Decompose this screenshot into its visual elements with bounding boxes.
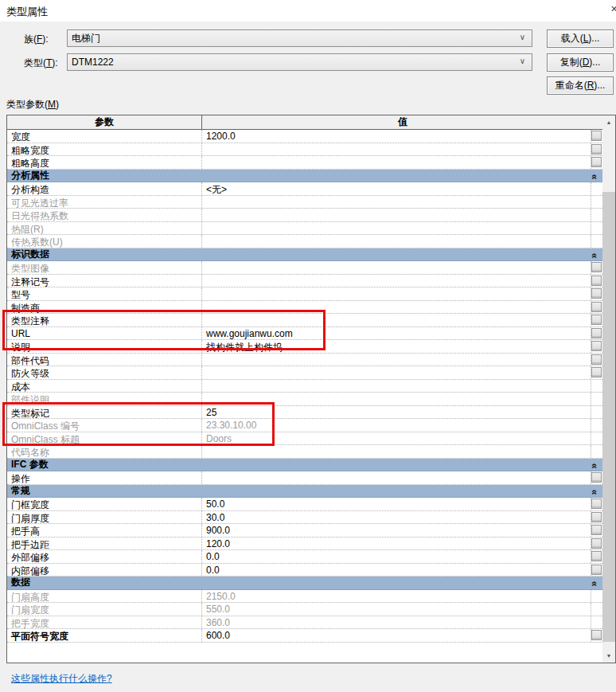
param-value[interactable] — [202, 143, 591, 156]
table-row: 粗略宽度 — [7, 143, 602, 157]
param-name: 外部偏移 — [7, 550, 202, 563]
section-row[interactable]: 分析属性« — [7, 170, 602, 183]
header-value-column[interactable]: 值 — [202, 115, 604, 129]
close-icon[interactable]: ✕ — [610, 4, 616, 15]
param-value[interactable] — [202, 275, 591, 287]
param-value: 550.0 — [202, 603, 591, 616]
param-value[interactable] — [202, 471, 591, 484]
associate-param-cell — [591, 406, 602, 419]
param-value[interactable]: 25 — [202, 406, 591, 419]
collapse-chevron-icon[interactable]: « — [590, 581, 601, 587]
associate-param-button[interactable] — [591, 354, 602, 365]
associate-param-button[interactable] — [591, 328, 602, 338]
associate-param-button[interactable] — [591, 498, 602, 509]
collapse-chevron-icon[interactable]: « — [590, 489, 601, 495]
associate-param-button[interactable] — [591, 276, 602, 286]
param-value[interactable]: www.goujianwu.com — [202, 327, 591, 340]
table-row: 门框宽度50.0 — [7, 498, 602, 511]
param-value[interactable]: 1200.0 — [202, 130, 591, 143]
table-row: 外部偏移0.0 — [7, 550, 602, 564]
help-link[interactable]: 这些属性执行什么操作? — [11, 672, 112, 686]
param-value[interactable]: 900.0 — [202, 524, 591, 537]
param-name: 平面符号宽度 — [7, 629, 202, 642]
param-value[interactable] — [202, 301, 591, 314]
param-value — [202, 261, 591, 274]
param-value[interactable] — [202, 366, 591, 379]
associate-param-cell — [591, 590, 602, 603]
param-value[interactable]: <无> — [202, 182, 591, 195]
param-name: 热阻(R) — [7, 222, 202, 235]
associate-param-button[interactable] — [591, 630, 602, 640]
associate-param-cell — [591, 354, 602, 366]
section-row[interactable]: 常规« — [7, 485, 602, 498]
family-select[interactable]: 电梯门 ∨ — [67, 29, 532, 47]
header-param-column[interactable]: 参数 — [7, 115, 202, 129]
associate-param-button[interactable] — [591, 302, 602, 312]
section-row[interactable]: 标识数据« — [7, 248, 602, 262]
associate-param-button[interactable] — [591, 551, 602, 561]
associate-param-button[interactable] — [591, 131, 602, 141]
param-name: 注释记号 — [7, 275, 202, 287]
associate-param-button[interactable] — [591, 341, 602, 351]
type-label: 类型(T): — [24, 57, 58, 70]
associate-param-cell — [591, 524, 602, 537]
collapse-chevron-icon[interactable]: « — [590, 252, 601, 258]
table-row: 把手高900.0 — [7, 524, 602, 538]
associate-param-button[interactable] — [591, 565, 602, 575]
type-select-value: DTM1222 — [72, 57, 114, 68]
param-name: 门扇厚度 — [7, 511, 202, 524]
associate-param-button[interactable] — [591, 288, 602, 299]
param-value[interactable]: 600.0 — [202, 629, 591, 642]
param-value[interactable] — [202, 287, 591, 300]
param-value[interactable] — [202, 156, 591, 169]
associate-param-cell — [591, 629, 602, 642]
rename-button[interactable]: 重命名(R)... — [547, 76, 614, 95]
associate-param-cell — [591, 603, 602, 616]
associate-param-button[interactable] — [591, 262, 602, 272]
table-row: 注释记号 — [7, 275, 602, 288]
table-row: 平面符号宽度600.0 — [7, 629, 602, 643]
param-value[interactable] — [202, 314, 591, 326]
associate-param-button[interactable] — [591, 538, 602, 549]
associate-param-button[interactable] — [591, 512, 602, 522]
table-row: 粗略高度 — [7, 156, 602, 170]
section-row[interactable]: 数据« — [7, 577, 602, 590]
param-value[interactable]: 找构件就上构件坞 — [202, 340, 591, 353]
scroll-down-icon[interactable]: ▼ — [602, 649, 615, 663]
associate-param-button[interactable] — [591, 525, 602, 535]
param-value[interactable]: 0.0 — [202, 550, 591, 563]
section-row[interactable]: IFC 参数« — [7, 459, 602, 472]
associate-param-cell — [591, 235, 602, 248]
associate-param-button[interactable] — [591, 315, 602, 325]
param-name: 粗略宽度 — [7, 143, 202, 156]
load-button[interactable]: 载入(L)... — [547, 29, 614, 48]
associate-param-button[interactable] — [591, 157, 602, 167]
collapse-chevron-icon[interactable]: « — [590, 174, 601, 179]
table-row: 门扇宽度550.0 — [7, 603, 602, 616]
associate-param-cell — [591, 432, 602, 445]
associate-param-button[interactable] — [591, 144, 602, 154]
param-value[interactable]: 0.0 — [202, 564, 591, 577]
table-header: 参数 值 = — [7, 115, 615, 130]
associate-param-button[interactable] — [591, 472, 602, 483]
param-value[interactable]: 30.0 — [202, 511, 591, 524]
param-value: Doors — [202, 432, 591, 445]
associate-param-cell — [591, 143, 602, 156]
type-select[interactable]: DTM1222 ∨ — [67, 53, 532, 71]
associate-param-cell — [591, 471, 602, 484]
param-value[interactable]: 50.0 — [202, 498, 591, 510]
collapse-chevron-icon[interactable]: « — [590, 463, 601, 468]
associate-param-button[interactable] — [591, 367, 602, 377]
vertical-scrollbar[interactable]: ▲ ▼ — [602, 115, 615, 663]
param-value[interactable] — [202, 380, 591, 393]
param-value[interactable] — [202, 354, 591, 366]
scrollbar-thumb[interactable] — [602, 192, 615, 642]
scroll-up-icon[interactable]: ▲ — [602, 115, 615, 129]
table-row: 类型标记25 — [7, 406, 602, 420]
param-value[interactable]: 120.0 — [202, 538, 591, 550]
duplicate-button[interactable]: 复制(D)... — [547, 53, 614, 72]
param-name: 类型注释 — [7, 314, 202, 326]
param-name: 宽度 — [7, 130, 202, 143]
associate-param-cell — [591, 182, 602, 195]
section-label: 标识数据 — [11, 248, 49, 261]
